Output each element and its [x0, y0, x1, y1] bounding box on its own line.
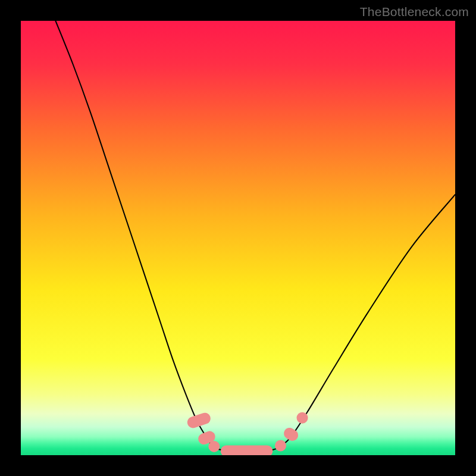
bottleneck-curve — [55, 21, 455, 452]
floor-bar — [221, 446, 273, 455]
watermark-text: TheBottleneck.com — [360, 5, 469, 19]
right-cluster-low — [275, 440, 286, 451]
left-cluster-top — [186, 411, 212, 429]
plot-area — [21, 21, 455, 455]
curve-layer — [21, 21, 455, 455]
right-cluster-top — [297, 412, 308, 424]
left-cluster-low — [208, 441, 220, 452]
chart-frame: TheBottleneck.com — [0, 0, 476, 476]
